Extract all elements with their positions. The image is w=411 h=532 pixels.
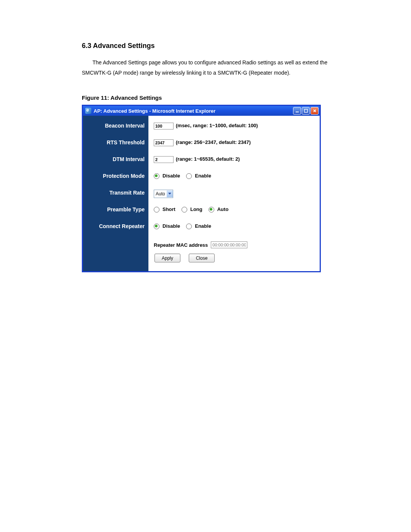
dtm-hint: (range: 1~65535, default: 2) xyxy=(176,156,240,162)
minimize-button[interactable] xyxy=(293,107,301,115)
ie-icon xyxy=(85,108,91,114)
apply-button[interactable]: Apply xyxy=(155,254,180,262)
caption-buttons xyxy=(293,107,319,115)
maximize-button[interactable] xyxy=(302,107,310,115)
preamble-short-label: Short xyxy=(162,206,175,212)
label-txrate: Transmit Rate xyxy=(83,190,148,206)
svg-rect-0 xyxy=(296,112,299,112)
preamble-short-radio[interactable] xyxy=(154,207,159,212)
titlebar[interactable]: AP: Advanced Settings - Microsoft Intern… xyxy=(83,106,320,116)
protection-enable-radio[interactable] xyxy=(186,173,192,179)
preamble-auto-radio[interactable] xyxy=(209,207,214,212)
label-beacon: Beacon Interval xyxy=(83,123,148,139)
close-button[interactable] xyxy=(311,107,319,115)
label-repeater: Connect Repeater xyxy=(83,223,148,240)
repeater-mac-input[interactable] xyxy=(211,241,247,248)
repeater-mac-label: Repeater MAC address xyxy=(154,242,208,248)
section-heading: 6.3 Advanced Settings xyxy=(82,42,335,50)
repeater-disable-radio[interactable] xyxy=(154,224,159,229)
label-rts: RTS Threshold xyxy=(83,139,148,156)
label-dtm: DTM Interval xyxy=(83,156,148,173)
beacon-hint: (msec, range: 1~1000, default: 100) xyxy=(176,123,258,128)
label-protection: Protection Mode xyxy=(83,173,148,190)
close-form-button[interactable]: Close xyxy=(189,254,215,262)
preamble-long-label: Long xyxy=(190,206,202,212)
protection-disable-label: Disable xyxy=(162,173,180,179)
repeater-enable-radio[interactable] xyxy=(186,224,192,229)
dtm-input[interactable] xyxy=(154,156,174,163)
rts-input[interactable] xyxy=(154,139,174,146)
label-preamble: Preamble Type xyxy=(83,206,148,223)
repeater-enable-label: Enable xyxy=(195,223,211,229)
txrate-select[interactable]: Auto xyxy=(154,190,173,198)
preamble-auto-label: Auto xyxy=(217,206,229,212)
beacon-input[interactable] xyxy=(154,123,174,129)
svg-rect-1 xyxy=(304,109,307,112)
txrate-value: Auto xyxy=(156,191,165,197)
rts-hint: (range: 256~2347, default: 2347) xyxy=(176,139,251,145)
chevron-down-icon xyxy=(167,190,173,197)
ie-window: AP: Advanced Settings - Microsoft Intern… xyxy=(82,105,321,272)
figure-caption: Figure 11: Advanced Settings xyxy=(82,94,335,101)
protection-disable-radio[interactable] xyxy=(154,173,159,179)
intro-paragraph: The Advanced Settings page allows you to… xyxy=(82,58,335,78)
labels-column: Beacon Interval RTS Threshold DTM Interv… xyxy=(83,116,148,271)
controls-column: (msec, range: 1~1000, default: 100) (ran… xyxy=(148,116,320,271)
window-title: AP: Advanced Settings - Microsoft Intern… xyxy=(94,108,215,114)
preamble-long-radio[interactable] xyxy=(182,207,187,212)
protection-enable-label: Enable xyxy=(195,173,211,179)
repeater-disable-label: Disable xyxy=(162,223,180,229)
